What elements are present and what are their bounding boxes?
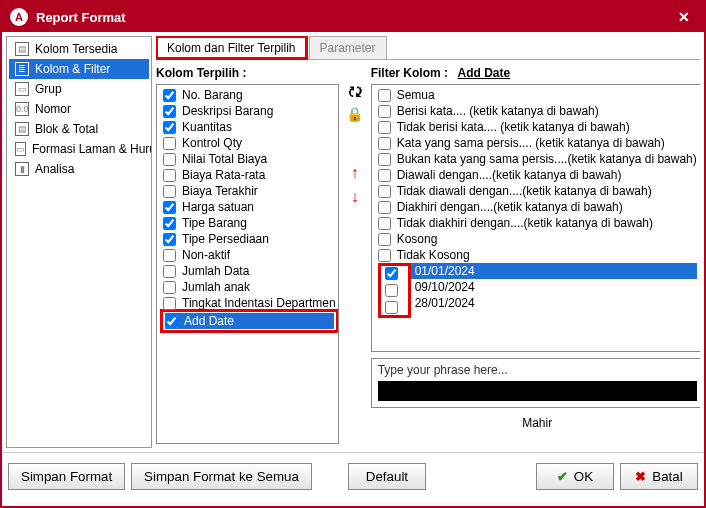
kolom-item[interactable]: Nilai Total Biaya (163, 151, 336, 167)
filter-label: 28/01/2024 (415, 296, 475, 310)
kolom-checkbox[interactable] (163, 217, 176, 230)
kolom-item[interactable]: Jumlah Data (163, 263, 336, 279)
tab-label: Kolom dan Filter Terpilih (167, 41, 296, 55)
kolom-item[interactable]: Add Date (165, 313, 334, 329)
save-format-button[interactable]: Simpan Format (8, 463, 125, 490)
kolom-item[interactable]: No. Barang (163, 87, 336, 103)
filter-checkbox[interactable] (378, 137, 391, 150)
button-label: Simpan Format (21, 469, 112, 484)
save-format-all-button[interactable]: Simpan Format ke Semua (131, 463, 312, 490)
filter-item[interactable]: Semua (378, 87, 697, 103)
default-button[interactable]: Default (348, 463, 426, 490)
filter-item[interactable]: Diawali dengan....(ketik katanya di bawa… (378, 167, 697, 183)
filter-checkbox[interactable] (378, 153, 391, 166)
sidebar-item-formasi[interactable]: ▭ Formasi Laman & Huruf (9, 139, 149, 159)
filter-item[interactable]: Tidak Kosong (378, 247, 697, 263)
filter-item[interactable]: Tidak diawali dengan....(ketik katanya d… (378, 183, 697, 199)
filter-checkbox[interactable] (378, 233, 391, 246)
kolom-item[interactable]: Biaya Rata-rata (163, 167, 336, 183)
kolom-item[interactable]: Deskripsi Barang (163, 103, 336, 119)
close-icon[interactable]: ✕ (672, 5, 696, 29)
filter-checkbox[interactable] (378, 121, 391, 134)
sidebar-item-nomor[interactable]: 0.0 Nomor (9, 99, 149, 119)
kolom-checkbox[interactable] (163, 201, 176, 214)
phrase-input[interactable] (378, 381, 697, 401)
kolom-terpilih-panel: Kolom Terpilih : No. BarangDeskripsi Bar… (156, 66, 339, 444)
kolom-checkbox[interactable] (163, 137, 176, 150)
kolom-checkbox[interactable] (163, 233, 176, 246)
kolom-item[interactable]: Non-aktif (163, 247, 336, 263)
filter-checkbox[interactable] (378, 105, 391, 118)
filter-checkbox[interactable] (385, 267, 398, 280)
kolom-checkbox[interactable] (163, 105, 176, 118)
ok-button[interactable]: ✔ OK (536, 463, 614, 490)
kolom-item[interactable]: Kuantitas (163, 119, 336, 135)
sidebar-item-grup[interactable]: ▭ Grup (9, 79, 149, 99)
refresh-icon[interactable]: 🗘 (345, 84, 365, 100)
filter-item[interactable]: 28/01/2024 (411, 295, 697, 311)
sidebar-item-kolom-tersedia[interactable]: ▤ Kolom Tersedia (9, 39, 149, 59)
kolom-checkbox[interactable] (163, 265, 176, 278)
number-icon: 0.0 (15, 102, 29, 116)
filter-item[interactable]: Berisi kata.... (ketik katanya di bawah) (378, 103, 697, 119)
kolom-checkbox[interactable] (163, 185, 176, 198)
check-icon: ✔ (557, 469, 568, 484)
kolom-checkbox[interactable] (163, 89, 176, 102)
kolom-terpilih-list[interactable]: No. BarangDeskripsi BarangKuantitasKontr… (156, 84, 339, 444)
tab-parameter[interactable]: Parameter (309, 36, 387, 59)
filter-checkbox[interactable] (378, 249, 391, 262)
filter-item[interactable]: Bukan kata yang sama persis....(ketik ka… (378, 151, 697, 167)
cancel-button[interactable]: ✖ Batal (620, 463, 698, 490)
filter-item[interactable]: Tidak diakhiri dengan....(ketik katanya … (378, 215, 697, 231)
filter-item[interactable]: Kosong (378, 231, 697, 247)
kolom-checkbox[interactable] (163, 121, 176, 134)
kolom-item[interactable]: Harga satuan (163, 199, 336, 215)
sidebar-item-analisa[interactable]: ▮ Analisa (9, 159, 149, 179)
kolom-checkbox[interactable] (163, 281, 176, 294)
filter-item[interactable]: Kata yang sama persis.... (ketik katanya… (378, 135, 697, 151)
x-icon: ✖ (635, 469, 646, 484)
filter-checkbox[interactable] (378, 169, 391, 182)
kolom-label: Harga satuan (182, 200, 254, 214)
filter-list[interactable]: SemuaBerisi kata.... (ketik katanya di b… (371, 84, 700, 352)
button-row: Simpan Format Simpan Format ke Semua Def… (2, 452, 704, 500)
filter-item[interactable]: Diakhiri dengan....(ketik katanya di baw… (378, 199, 697, 215)
filter-item[interactable]: 01/01/2024 (411, 263, 697, 279)
sidebar-item-label: Kolom & Filter (35, 62, 110, 76)
filter-item[interactable]: 09/10/2024 (411, 279, 697, 295)
kolom-label: Biaya Terakhir (182, 184, 258, 198)
date-filter-checkbox-group (378, 263, 411, 318)
lock-icon[interactable]: 🔒 (345, 106, 365, 122)
kolom-label: Kuantitas (182, 120, 232, 134)
filter-column-link[interactable]: Add Date (458, 66, 511, 80)
kolom-item[interactable]: Kontrol Qty (163, 135, 336, 151)
kolom-checkbox[interactable] (163, 153, 176, 166)
move-down-button[interactable]: ↓ (345, 188, 365, 206)
filter-checkbox[interactable] (378, 201, 391, 214)
kolom-checkbox[interactable] (165, 315, 178, 328)
filter-checkbox[interactable] (378, 89, 391, 102)
filter-checkbox[interactable] (385, 284, 398, 297)
kolom-checkbox[interactable] (163, 249, 176, 262)
filter-checkbox[interactable] (378, 217, 391, 230)
kolom-item[interactable]: Jumlah anak (163, 279, 336, 295)
kolom-item[interactable]: Tipe Barang (163, 215, 336, 231)
filter-label: Tidak berisi kata.... (ketik katanya di … (397, 120, 630, 134)
sidebar-item-blok-total[interactable]: ▤ Blok & Total (9, 119, 149, 139)
kolom-item[interactable]: Biaya Terakhir (163, 183, 336, 199)
filter-label: Bukan kata yang sama persis....(ketik ka… (397, 152, 697, 166)
kolom-item[interactable]: Tingkat Indentasi Departmen (163, 295, 336, 311)
kolom-checkbox[interactable] (163, 169, 176, 182)
filter-label: Tidak Kosong (397, 248, 470, 262)
sidebar-item-kolom-filter[interactable]: ≣ Kolom & Filter (9, 59, 149, 79)
kolom-checkbox[interactable] (163, 297, 176, 310)
kolom-item[interactable]: Tipe Persediaan (163, 231, 336, 247)
filter-item[interactable]: Tidak berisi kata.... (ketik katanya di … (378, 119, 697, 135)
kolom-label: Nilai Total Biaya (182, 152, 267, 166)
move-up-button[interactable]: ↑ (345, 164, 365, 182)
filter-checkbox[interactable] (385, 301, 398, 314)
button-label: Simpan Format ke Semua (144, 469, 299, 484)
filter-label: Semua (397, 88, 435, 102)
filter-checkbox[interactable] (378, 185, 391, 198)
tab-kolom-filter-terpilih[interactable]: Kolom dan Filter Terpilih (156, 36, 307, 59)
